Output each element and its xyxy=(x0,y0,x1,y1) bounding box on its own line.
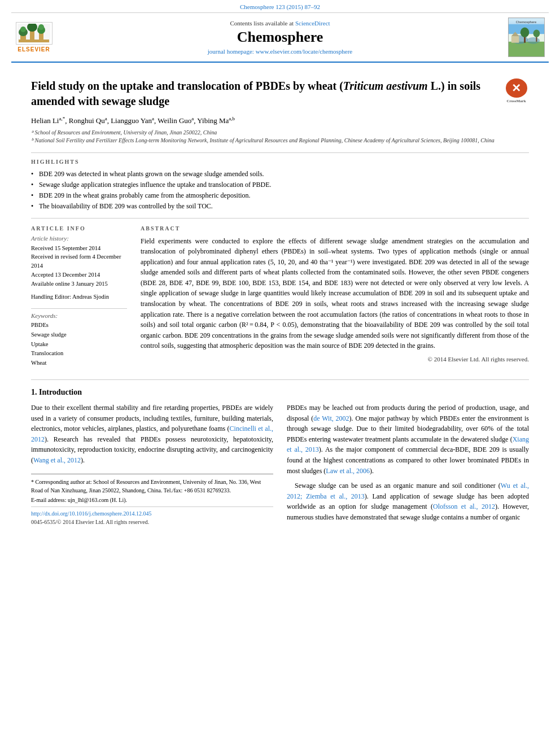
keywords-label-text: Keywords: xyxy=(31,312,58,319)
svg-point-14 xyxy=(526,37,539,44)
journal-ref-text: Chemosphere 123 (2015) 87–92 xyxy=(240,3,320,10)
highlight-item-3: BDE 209 in the wheat grains probably cam… xyxy=(31,191,529,200)
journal-homepage[interactable]: journal homepage: www.elsevier.com/locat… xyxy=(208,48,352,55)
ref-cincinelli[interactable]: Cincinelli et al., 2012 xyxy=(31,425,273,443)
svg-point-3 xyxy=(20,27,26,32)
chemosphere-cover-svg: Chemosphere xyxy=(509,18,544,57)
keywords-list: PBDEs Sewage sludge Uptake Translocation… xyxy=(31,321,127,368)
keywords-section: Keywords: PBDEs Sewage sludge Uptake Tra… xyxy=(31,312,127,368)
highlight-item-1: BDE 209 was detected in wheat plants gro… xyxy=(31,169,529,179)
authors-text: Helian Lia,*, Ronghui Qua, Liangguo Yana… xyxy=(31,116,235,125)
divider-2 xyxy=(31,218,529,219)
contents-line: Contents lists available at ScienceDirec… xyxy=(230,20,330,27)
handling-editor: Handling Editor: Andreas Sjodin xyxy=(31,292,127,302)
svg-rect-19 xyxy=(511,36,519,43)
highlight-item-2: Sewage sludge application strategies inf… xyxy=(31,180,529,190)
main-content: Field study on the uptake and translocat… xyxy=(0,63,560,533)
keyword-4: Translocation xyxy=(31,349,127,359)
received-date: Received 15 September 2014 xyxy=(31,244,127,253)
journal-thumb-area: Chemosphere xyxy=(504,18,549,57)
history-items: Received 15 September 2014 Received in r… xyxy=(31,244,127,289)
footnotes: * Corresponding author at: School of Res… xyxy=(31,474,273,504)
svg-point-8 xyxy=(38,24,44,30)
journal-header-center: Contents lists available at ScienceDirec… xyxy=(56,18,504,57)
elsevier-text: ELSEVIER xyxy=(18,46,50,53)
keyword-1: PBDEs xyxy=(31,321,127,330)
abstract-text: Field experiments were conducted to expl… xyxy=(141,236,529,352)
journal-name: Chemosphere xyxy=(237,29,323,46)
elsevier-logo-area: ELSEVIER xyxy=(11,18,56,57)
divider-1 xyxy=(31,152,529,153)
section-number: 1. xyxy=(31,388,37,396)
intro-right-p2: Sewage sludge can be used as an organic … xyxy=(287,480,529,522)
chemosphere-thumbnail: Chemosphere xyxy=(508,18,545,57)
intro-right-p1: PBDEs may be leached out from products d… xyxy=(287,403,529,476)
intro-title: 1. Introduction xyxy=(31,388,529,397)
ref-olofsson[interactable]: Olofsson et al., 2012 xyxy=(433,503,495,510)
svg-rect-9 xyxy=(19,40,49,42)
available-date: Available online 3 January 2015 xyxy=(31,279,127,289)
article-info-abstract-row: ARTICLE INFO Article history: Received 1… xyxy=(31,225,529,368)
accepted-date: Accepted 13 December 2014 xyxy=(31,270,127,279)
elsevier-logo-box xyxy=(16,22,53,45)
authors-line: Helian Lia,*, Ronghui Qua, Liangguo Yana… xyxy=(31,116,529,125)
intro-col-left: Due to their excellent thermal stability… xyxy=(31,403,273,527)
footnote-corresponding: * Corresponding author at: School of Res… xyxy=(31,478,273,495)
intro-col-right: PBDEs may be leached out from products d… xyxy=(287,403,529,527)
article-title: Field study on the uptake and translocat… xyxy=(31,78,529,109)
copyright-line: © 2014 Elsevier Ltd. All rights reserved… xyxy=(141,356,529,362)
elsevier-logo: ELSEVIER xyxy=(16,22,53,53)
bottom-copyright: 0045-6535/© 2014 Elsevier Ltd. All right… xyxy=(31,519,273,525)
journal-reference: Chemosphere 123 (2015) 87–92 xyxy=(0,0,560,12)
revised-date: Received in revised form 4 December 2014 xyxy=(31,252,127,270)
svg-text:Chemosphere: Chemosphere xyxy=(515,20,536,24)
article-info-col: ARTICLE INFO Article history: Received 1… xyxy=(31,225,127,368)
intro-columns: Due to their excellent thermal stability… xyxy=(31,403,529,527)
intro-text-left: Due to their excellent thermal stability… xyxy=(31,403,273,466)
crossmark-badge[interactable]: ✕ CrossMark xyxy=(504,78,529,104)
section-title: Introduction xyxy=(39,388,82,396)
handling-editor-label: Handling Editor: xyxy=(31,294,71,300)
abstract-col: ABSTRACT Field experiments were conducte… xyxy=(141,225,529,368)
article-info-label: ARTICLE INFO xyxy=(31,225,127,231)
keyword-3: Uptake xyxy=(31,340,127,350)
keywords-label: Keywords: xyxy=(31,312,127,319)
crossmark-cross-icon: ✕ xyxy=(511,82,521,94)
svg-rect-12 xyxy=(509,42,544,57)
keyword-2: Sewage sludge xyxy=(31,330,127,340)
intro-text-right: PBDEs may be leached out from products d… xyxy=(287,403,529,523)
highlights-label: HIGHLIGHTS xyxy=(31,159,529,165)
title-italic: Triticum aestivum xyxy=(343,80,428,92)
affiliation-b: ᵇ National Soil Fertility and Fertilizer… xyxy=(31,137,529,145)
doi-link[interactable]: http://dx.doi.org/10.1016/j.chemosphere.… xyxy=(31,510,273,517)
highlight-item-4: The bioavailability of BDE 209 was contr… xyxy=(31,202,529,211)
ref-law[interactable]: Law et al., 2006 xyxy=(326,467,370,475)
intro-p1: Due to their excellent thermal stability… xyxy=(31,403,273,466)
ref-dewit[interactable]: de Wit, 2002 xyxy=(313,414,349,422)
keyword-5: Wheat xyxy=(31,359,127,368)
sciencedirect-link[interactable]: ScienceDirect xyxy=(295,20,330,27)
handling-editor-name: Andreas Sjodin xyxy=(72,294,109,300)
abstract-label: ABSTRACT xyxy=(141,225,529,231)
ref-xiang[interactable]: Xiang et al., 2013 xyxy=(287,435,529,454)
intro-section: 1. Introduction Due to their excellent t… xyxy=(31,379,529,527)
affiliation-a: ᵃ School of Resources and Environment, U… xyxy=(31,129,529,137)
svg-point-16 xyxy=(520,28,529,37)
journal-header: ELSEVIER Contents lists available at Sci… xyxy=(11,12,549,63)
highlights-list: BDE 209 was detected in wheat plants gro… xyxy=(31,169,529,211)
affiliations: ᵃ School of Resources and Environment, U… xyxy=(31,129,529,145)
bottom-links: http://dx.doi.org/10.1016/j.chemosphere.… xyxy=(31,506,273,518)
crossmark-label: CrossMark xyxy=(506,99,526,104)
abstract-body: Field experiments were conducted to expl… xyxy=(141,237,529,350)
crossmark-circle: ✕ xyxy=(506,78,527,98)
svg-point-18 xyxy=(533,29,540,37)
history-label: Article history: xyxy=(31,235,127,242)
ref-wang-2012[interactable]: Wang et al., 2012 xyxy=(33,456,81,464)
footnote-email: E-mail address: ujn_lhl@163.com (H. Li). xyxy=(31,496,273,504)
title-plain-start: Field study on the uptake and translocat… xyxy=(31,80,343,92)
elsevier-tree-icon xyxy=(18,24,50,43)
ref-wu[interactable]: Wu et al., 2012; Ziemba et al., 2013 xyxy=(287,482,529,500)
page: Chemosphere 123 (2015) 87–92 xyxy=(0,0,560,747)
